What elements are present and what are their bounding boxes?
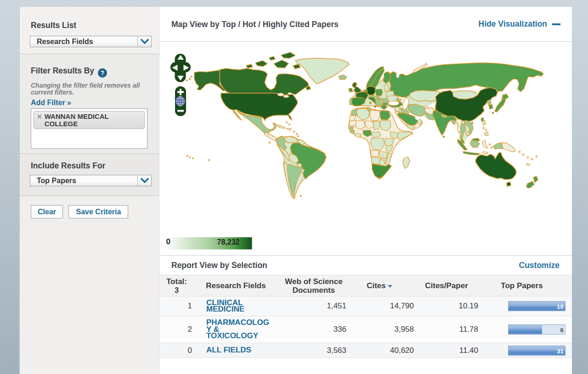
svg-text:78,232: 78,232 xyxy=(217,238,240,246)
svg-text:0: 0 xyxy=(166,237,170,246)
